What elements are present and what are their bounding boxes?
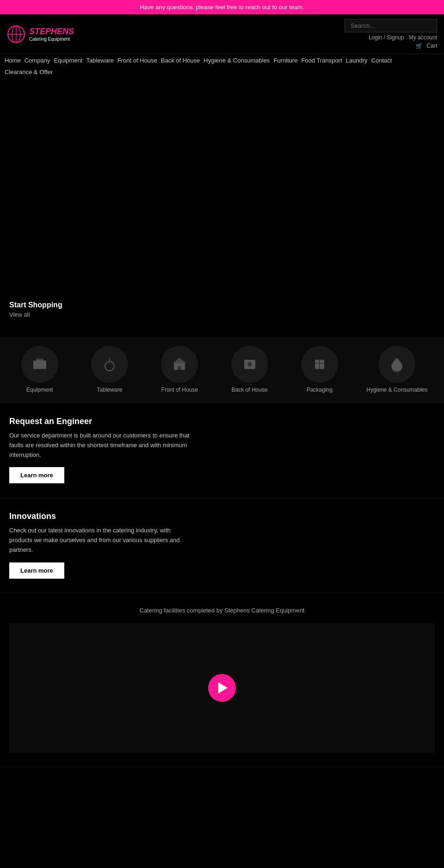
category-packaging-label: Packaging bbox=[307, 387, 333, 393]
svg-rect-5 bbox=[36, 359, 43, 361]
video-placeholder bbox=[9, 623, 435, 753]
svg-marker-9 bbox=[173, 358, 186, 363]
category-equipment-label: Equipment bbox=[26, 387, 53, 393]
logo-area: STEPHENS Catering Equipment bbox=[7, 25, 74, 44]
engineer-description: Our service department is built around o… bbox=[9, 431, 194, 460]
nav-laundry[interactable]: Laundry bbox=[346, 57, 368, 64]
innovations-learn-more-button[interactable]: Learn more bbox=[9, 562, 64, 579]
category-front-label: Front of House bbox=[161, 387, 198, 393]
nav-tableware[interactable]: Tableware bbox=[86, 57, 113, 64]
top-banner: Have any questions, please feel free to … bbox=[0, 0, 444, 14]
category-equipment[interactable]: Equipment bbox=[17, 346, 63, 393]
header-links: Login / Signup My account bbox=[369, 34, 437, 41]
video-caption: Catering facilities completed by Stephen… bbox=[9, 607, 435, 614]
innovations-title: Innovations bbox=[9, 512, 435, 521]
category-front-of-house[interactable]: Front of House bbox=[156, 346, 203, 393]
equipment-icon bbox=[31, 356, 48, 373]
hygiene-icon bbox=[388, 356, 405, 373]
category-packaging[interactable]: Packaging bbox=[296, 346, 343, 393]
nav-food-transport[interactable]: Food Transport bbox=[301, 57, 342, 64]
nav-company[interactable]: Company bbox=[25, 57, 50, 64]
hero-content: Start Shopping View all bbox=[9, 301, 62, 318]
nav-front-of-house[interactable]: Front of House bbox=[117, 57, 157, 64]
start-shopping-link[interactable]: Start Shopping bbox=[9, 301, 62, 309]
logo-text: STEPHENS Catering Equipment bbox=[29, 27, 74, 42]
header-right: Login / Signup My account 🛒 Cart bbox=[345, 19, 437, 49]
header: STEPHENS Catering Equipment Login / Sign… bbox=[0, 14, 444, 54]
view-all-link[interactable]: View all bbox=[9, 311, 62, 318]
search-input[interactable] bbox=[345, 19, 437, 32]
nav-equipment[interactable]: Equipment bbox=[54, 57, 82, 64]
category-tableware[interactable]: Tableware bbox=[86, 346, 133, 393]
header-icons: 🛒 Cart bbox=[416, 43, 437, 49]
category-hygiene-label: Hygiene & Consumables bbox=[366, 387, 427, 393]
brand-name: STEPHENS bbox=[29, 27, 74, 37]
svg-point-12 bbox=[247, 362, 252, 367]
category-back-label: Back of House bbox=[232, 387, 268, 393]
my-account-link[interactable]: My account bbox=[409, 34, 437, 41]
svg-point-6 bbox=[105, 362, 114, 371]
innovations-description: Check out our latest innovations in the … bbox=[9, 526, 194, 555]
engineer-learn-more-button[interactable]: Learn more bbox=[9, 467, 64, 483]
video-section: Catering facilities completed by Stephen… bbox=[0, 593, 444, 767]
tableware-icon bbox=[101, 356, 118, 373]
cart-label[interactable]: Cart bbox=[426, 43, 437, 49]
clearance-link[interactable]: Clearance & Offer bbox=[5, 69, 53, 75]
main-nav: Home Company Equipment Tableware Front o… bbox=[0, 54, 444, 67]
back-of-house-icon bbox=[241, 356, 258, 373]
sub-nav: Clearance & Offer bbox=[0, 67, 444, 77]
hygiene-icon-circle bbox=[378, 346, 415, 383]
packaging-icon-circle bbox=[301, 346, 338, 383]
packaging-icon bbox=[311, 356, 328, 373]
front-of-house-icon bbox=[171, 356, 188, 373]
banner-message: Have any questions, please feel free to … bbox=[140, 4, 304, 11]
nav-furniture[interactable]: Furniture bbox=[273, 57, 297, 64]
globe-icon bbox=[7, 25, 25, 44]
bottom-dark-section bbox=[0, 767, 444, 868]
tableware-icon-circle bbox=[91, 346, 128, 383]
svg-rect-4 bbox=[33, 361, 46, 369]
innovations-section: Innovations Check out our latest innovat… bbox=[0, 498, 444, 593]
equipment-icon-circle bbox=[21, 346, 58, 383]
nav-home[interactable]: Home bbox=[5, 57, 21, 64]
nav-back-of-house[interactable]: Back of House bbox=[161, 57, 200, 64]
engineer-title: Request an Engineer bbox=[9, 417, 435, 426]
front-of-house-icon-circle bbox=[161, 346, 198, 383]
category-tableware-label: Tableware bbox=[97, 387, 123, 393]
nav-hygiene[interactable]: Hygiene & Consumables bbox=[204, 57, 270, 64]
categories-row: Equipment Tableware Front of House bbox=[0, 337, 444, 403]
category-back-of-house[interactable]: Back of House bbox=[227, 346, 273, 393]
cart-icon: 🛒 bbox=[416, 43, 423, 49]
back-of-house-icon-circle bbox=[231, 346, 268, 383]
nav-contact[interactable]: Contact bbox=[371, 57, 392, 64]
category-hygiene[interactable]: Hygiene & Consumables bbox=[366, 346, 427, 393]
brand-sub: Catering Equipment bbox=[29, 37, 74, 42]
hero-section: Start Shopping View all bbox=[0, 77, 444, 337]
svg-rect-10 bbox=[178, 366, 181, 370]
play-button[interactable] bbox=[208, 674, 236, 702]
engineer-section: Request an Engineer Our service departme… bbox=[0, 403, 444, 498]
login-link[interactable]: Login / Signup bbox=[369, 34, 404, 41]
